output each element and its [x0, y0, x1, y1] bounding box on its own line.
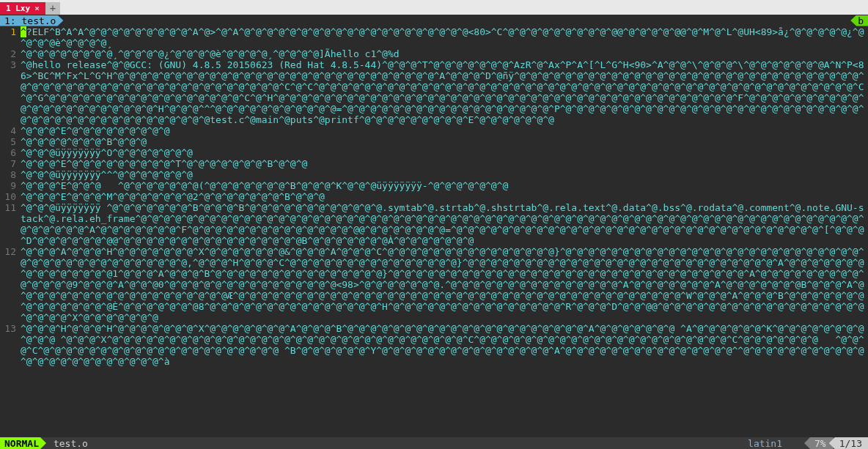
line-number: 3 [0, 59, 21, 125]
editor-line[interactable]: 8^@^@^@üÿÿÿÿÿÿÿ^^^@^@^@^@^@^@^@ [0, 169, 868, 180]
buffer-line: 1: test.o b [0, 15, 868, 26]
line-number: 8 [0, 169, 21, 180]
buffer-right: b [850, 15, 868, 26]
close-icon[interactable]: × [34, 3, 40, 14]
line-content: ^@^@^@üÿÿÿÿÿÿÿ^O^@^@^@^@^@^@^@ [21, 147, 868, 158]
editor-line[interactable]: 7^@^@^@^E^@^@^@^@^@^@^@^@^@^T^@^@^@^@^@^… [0, 158, 868, 169]
editor-line[interactable]: 12^@^@^@^A^@^@^@^H^@^@^@^@^@^@^@^X^@^@^@… [0, 246, 868, 323]
editor-line[interactable]: 9^@^@^@^E^@^@^@ ^@^@^@^@^@^@^@(^@^@^@^@^… [0, 180, 868, 191]
line-content: ^@hello release^@^@GCC: (GNU) 4.8.5 2015… [21, 59, 868, 125]
editor-line[interactable]: 5^@^@^@^@^@^@^@^B^@^@^@ [0, 136, 868, 147]
line-content: ^@^@^@^@^@^@^@^@¸^@^@^@^@¿^@^@^@^@è^@^@^… [21, 48, 868, 59]
tab-label: 1 Lxy [6, 3, 30, 14]
line-content: ^@^@^@^H^@^@^@^H^@^@^@^@^@^@^@^X^@^@^@^@… [21, 323, 868, 367]
line-number: 2 [0, 48, 21, 59]
mode-indicator: NORMAL [0, 437, 46, 449]
status-encoding: latin1 [726, 437, 804, 449]
line-number: 7 [0, 158, 21, 169]
status-position: 1/13 [829, 437, 868, 449]
line-number: 9 [0, 180, 21, 191]
cursor: ^ [21, 26, 26, 37]
editor-line[interactable]: 1^?ELF^B^A^A^@^@^@^@^@^@^@^@^@^A^@>^@^A^… [0, 26, 868, 48]
tab-active[interactable]: 1 Lxy × [0, 2, 45, 15]
line-content: ^@^@^@^A^@^@^@^H^@^@^@^@^@^@^@^X^@^@^@^@… [21, 246, 868, 323]
editor-line[interactable]: 4^@^@^@^E^@^@^@^@^@^@^@^@^@ [0, 125, 868, 136]
line-number: 4 [0, 125, 21, 136]
line-content: ^@^@^@^E^@^@^@^M^@^@^@^@^@^@^@2^@^@^@^@^… [21, 191, 868, 202]
status-filename: test.o [46, 437, 95, 449]
line-content: ^@^@^@^@^@^@^@^B^@^@^@ [21, 136, 868, 147]
line-content: ^@^@^@^E^@^@^@^@^@^@^@^@^@ [21, 125, 868, 136]
line-number: 13 [0, 323, 21, 367]
editor-line[interactable]: 11^@^@^@üÿÿÿÿÿÿÿ ^@^@^@^@^@^@^@^B^@^@^@^… [0, 202, 868, 246]
line-number: 5 [0, 136, 21, 147]
line-content: ^@^@^@üÿÿÿÿÿÿÿ^^^@^@^@^@^@^@^@ [21, 169, 868, 180]
editor-line[interactable]: 2^@^@^@^@^@^@^@^@¸^@^@^@^@¿^@^@^@^@è^@^@… [0, 48, 868, 59]
line-content: ^@^@^@^E^@^@^@ ^@^@^@^@^@^@^@(^@^@^@^@^@… [21, 180, 868, 191]
line-content: ^@^@^@üÿÿÿÿÿÿÿ ^@^@^@^@^@^@^@^B^@^@^@^B^… [21, 202, 868, 246]
line-number: 6 [0, 147, 21, 158]
editor-area[interactable]: 1^?ELF^B^A^A^@^@^@^@^@^@^@^@^@^A^@>^@^A^… [0, 26, 868, 437]
buffer-name[interactable]: 1: test.o [0, 15, 63, 26]
line-number: 1 [0, 26, 21, 48]
editor-line[interactable]: 10^@^@^@^E^@^@^@^M^@^@^@^@^@^@^@2^@^@^@^… [0, 191, 868, 202]
editor-line[interactable]: 3^@hello release^@^@GCC: (GNU) 4.8.5 201… [0, 59, 868, 125]
line-number: 12 [0, 246, 21, 323]
window-tab-row: 1 Lxy × + [0, 2, 868, 15]
line-number: 10 [0, 191, 21, 202]
editor-line[interactable]: 6^@^@^@üÿÿÿÿÿÿÿ^O^@^@^@^@^@^@^@ [0, 147, 868, 158]
line-content: ^?ELF^B^A^A^@^@^@^@^@^@^@^@^@^A^@>^@^A^@… [21, 26, 868, 48]
line-content: ^@^@^@^E^@^@^@^@^@^@^@^@^@^T^@^@^@^@^@^@… [21, 158, 868, 169]
new-tab-button[interactable]: + [45, 2, 60, 15]
editor-line[interactable]: 13^@^@^@^H^@^@^@^H^@^@^@^@^@^@^@^X^@^@^@… [0, 323, 868, 367]
line-number: 11 [0, 202, 21, 246]
status-bar: NORMAL test.o latin1 7% 1/13 [0, 437, 868, 449]
